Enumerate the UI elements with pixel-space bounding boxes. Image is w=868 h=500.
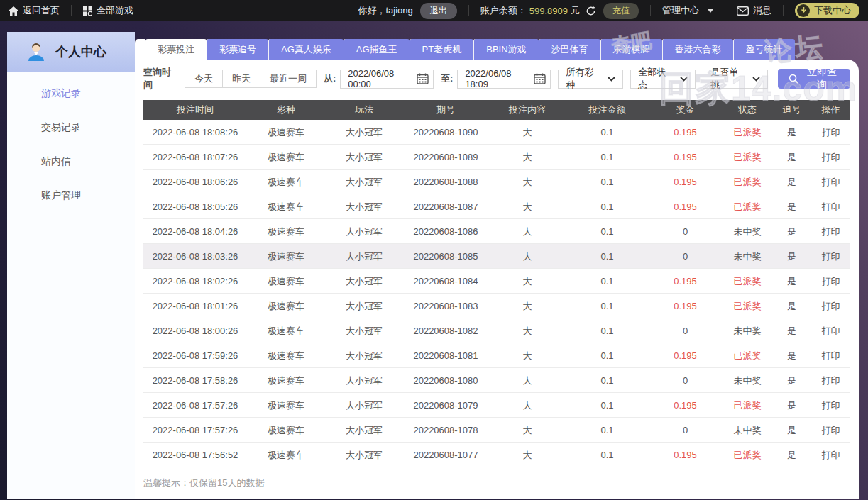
print-link[interactable]: 打印: [811, 318, 850, 343]
cell-prize: 0: [648, 219, 723, 243]
table-row: 2022-06-08 18:07:26 极速赛车 大小冠军 20220608-1…: [143, 145, 850, 170]
cell-lottery: 极速赛车: [247, 418, 325, 442]
recharge-button[interactable]: 充值: [603, 3, 639, 19]
print-link[interactable]: 打印: [811, 343, 850, 367]
print-link[interactable]: 打印: [811, 145, 850, 169]
cell-chase: 是: [772, 145, 811, 169]
quick-range-button[interactable]: 昨天: [223, 70, 260, 88]
tab[interactable]: AG真人娱乐: [268, 39, 344, 60]
cell-chase: 是: [772, 170, 811, 194]
cell-play-type: 大小冠军: [325, 219, 403, 243]
cell-issue-number: 20220608-1080: [403, 368, 488, 392]
table-header-cell: 奖金: [648, 100, 723, 120]
home-link[interactable]: 返回首页: [9, 4, 60, 17]
print-link[interactable]: 打印: [811, 120, 850, 144]
date-to-input[interactable]: 2022/06/08 18:09: [457, 70, 551, 89]
cell-bet-amount: 0.1: [566, 443, 648, 467]
cell-bet-amount: 0.1: [566, 269, 648, 293]
tab[interactable]: 乐游棋牌: [600, 39, 662, 60]
cell-issue-number: 20220608-1084: [403, 269, 488, 293]
cell-bet-content: 大: [488, 443, 566, 467]
admin-center-menu[interactable]: 管理中心: [662, 4, 713, 17]
logout-button[interactable]: 退出: [420, 3, 457, 19]
chevron-down-icon: [708, 9, 713, 13]
search-button[interactable]: 立即查询: [778, 69, 850, 89]
cell-lottery: 极速赛车: [247, 269, 325, 293]
print-link[interactable]: 打印: [811, 294, 850, 318]
filter-select[interactable]: 全部状态: [630, 70, 696, 89]
cell-lottery: 极速赛车: [247, 244, 325, 268]
cell-lottery: 极速赛车: [247, 194, 325, 218]
cell-issue-number: 20220608-1090: [403, 120, 488, 144]
print-link[interactable]: 打印: [811, 443, 850, 467]
cell-status: 已派奖: [723, 443, 772, 467]
tab[interactable]: 彩票投注: [145, 39, 207, 60]
filter-select[interactable]: 所有彩种: [558, 70, 623, 89]
refresh-icon[interactable]: [586, 6, 596, 16]
tab[interactable]: AG捕鱼王: [344, 39, 410, 60]
cell-play-type: 大小冠军: [325, 318, 403, 343]
cell-chase: 是: [772, 443, 811, 467]
tab[interactable]: 沙巴体育: [539, 39, 600, 60]
cell-bet-amount: 0.1: [566, 219, 648, 243]
chevron-down-icon: [680, 77, 688, 82]
cell-issue-number: 20220608-1086: [403, 219, 488, 243]
print-link[interactable]: 打印: [811, 368, 850, 392]
cell-lottery: 极速赛车: [247, 294, 325, 318]
calendar-icon[interactable]: [417, 73, 429, 84]
table-header-cell: 彩种: [247, 100, 325, 120]
filter-select[interactable]: 是否单挑: [703, 70, 768, 89]
envelope-icon: [737, 6, 749, 16]
tab[interactable]: PT老虎机: [410, 39, 474, 60]
filter-select-value: 是否单挑: [710, 66, 745, 91]
print-link[interactable]: 打印: [811, 219, 850, 243]
avatar: [26, 41, 47, 62]
cell-bet-time: 2022-06-08 18:01:26: [143, 294, 247, 318]
balance-value: 599.8909: [529, 6, 568, 16]
cell-bet-content: 大: [488, 318, 566, 343]
calendar-icon[interactable]: [534, 73, 546, 84]
cell-bet-content: 大: [488, 269, 566, 293]
cell-prize: 0.195: [648, 443, 723, 467]
sidebar-item[interactable]: 账户管理: [7, 178, 135, 212]
cell-prize: 0.195: [648, 393, 723, 417]
cell-prize: 0.195: [648, 343, 723, 367]
sidebar-item[interactable]: 交易记录: [7, 110, 135, 144]
quick-range-button[interactable]: 最近一周: [260, 70, 317, 88]
sidebar-header: 个人中心: [7, 32, 135, 72]
tab[interactable]: 彩票追号: [207, 39, 268, 60]
print-link[interactable]: 打印: [811, 170, 850, 194]
cell-bet-content: 大: [488, 343, 566, 367]
cell-bet-time: 2022-06-08 18:03:26: [143, 244, 247, 268]
topbar-divider: [650, 5, 651, 16]
cell-bet-amount: 0.1: [566, 393, 648, 417]
all-games-label: 全部游戏: [97, 4, 133, 17]
table-header-row: 投注时间彩种玩法期号投注内容投注金额奖金状态追号操作: [143, 100, 850, 120]
admin-center-label: 管理中心: [662, 4, 699, 17]
print-link[interactable]: 打印: [811, 269, 850, 293]
balance-unit: 元: [571, 4, 580, 17]
sidebar-item[interactable]: 站内信: [7, 144, 135, 178]
messages-link[interactable]: 消息: [737, 4, 771, 17]
tab[interactable]: 香港六合彩: [662, 39, 733, 60]
table-header-cell: 玩法: [325, 100, 403, 120]
tab[interactable]: BBIN游戏: [473, 39, 538, 60]
cell-chase: 是: [772, 269, 811, 293]
cell-chase: 是: [772, 343, 811, 367]
print-link[interactable]: 打印: [811, 244, 850, 268]
cell-chase: 是: [772, 120, 811, 144]
cell-bet-amount: 0.1: [566, 244, 648, 268]
download-center-button[interactable]: 下载中心: [795, 3, 859, 18]
print-link[interactable]: 打印: [811, 194, 850, 218]
quick-range-button[interactable]: 今天: [185, 70, 223, 88]
print-link[interactable]: 打印: [811, 393, 850, 417]
quick-range-group: 今天昨天最近一周: [185, 70, 317, 88]
cell-lottery: 极速赛车: [247, 318, 325, 343]
cell-bet-time: 2022-06-08 18:05:26: [143, 194, 247, 218]
tab[interactable]: 盈亏统计: [733, 39, 795, 60]
all-games-link[interactable]: 全部游戏: [83, 4, 133, 17]
date-from-input[interactable]: 2022/06/08 00:00: [340, 70, 434, 89]
sidebar-item[interactable]: 游戏记录: [7, 76, 135, 110]
cell-status: 已派奖: [723, 145, 772, 169]
print-link[interactable]: 打印: [811, 418, 850, 442]
